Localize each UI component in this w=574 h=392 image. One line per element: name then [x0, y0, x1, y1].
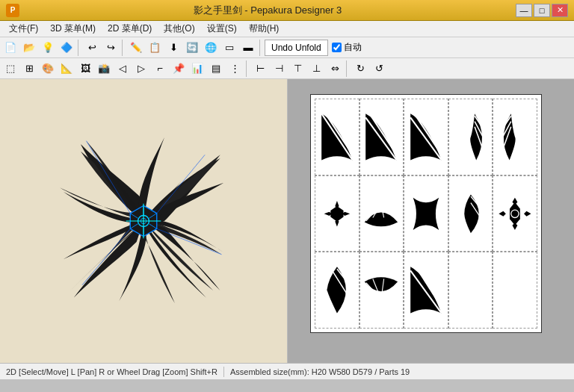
- piece-1: [315, 99, 359, 175]
- 3d-view[interactable]: [0, 79, 288, 363]
- toolbar1: 📄 📂 💡 🔷 ↩ ↪ ✏️ 📋 ⬇ 🔄 🌐 ▭ ▬ Undo Unfold 自…: [0, 37, 574, 58]
- window-controls: — □ ✕: [516, 4, 568, 17]
- undo-unfold-button[interactable]: Undo Unfold: [265, 40, 328, 56]
- piece-6: [315, 175, 359, 252]
- piece-11: [315, 252, 359, 329]
- auto-checkbox[interactable]: [332, 43, 342, 52]
- menu-2d[interactable]: 2D 菜单(D): [102, 21, 158, 37]
- toolbar2: ⬚ ⊞ 🎨 📐 🖼 📸 ◁ ▷ ⌐ 📌 📊 ▤ ⋮ ⊢ ⊣ ⊤ ⊥ ⇔ ↻ ↺: [0, 58, 574, 79]
- pen-button[interactable]: ✏️: [127, 39, 145, 57]
- fold2-button[interactable]: ⋮: [226, 60, 244, 78]
- align-center-button[interactable]: ⊣: [270, 60, 288, 78]
- bar-button[interactable]: ▤: [207, 60, 225, 78]
- title-bar: P 影之手里剑 - Pepakura Designer 3 — □ ✕: [0, 0, 574, 21]
- select-button[interactable]: ⬚: [1, 60, 19, 78]
- paint-button[interactable]: 🎨: [39, 60, 57, 78]
- chart-button[interactable]: 📊: [188, 60, 206, 78]
- maximize-button[interactable]: □: [534, 4, 550, 17]
- piece-15: [493, 252, 537, 329]
- align-left-button[interactable]: ⊢: [251, 60, 269, 78]
- pieces-grid: [315, 99, 537, 329]
- main-area: [0, 79, 574, 363]
- back-button[interactable]: ◁: [114, 60, 132, 78]
- paper-sheet: [310, 94, 542, 333]
- status-text: 2D [Select/Move] L [Pan] R or Wheel Drag…: [6, 367, 217, 376]
- fwd-button[interactable]: ▷: [132, 60, 150, 78]
- separator3: [259, 40, 262, 56]
- separator4: [246, 60, 249, 77]
- cube-button[interactable]: 🔷: [58, 39, 75, 57]
- lightbulb-button[interactable]: 💡: [39, 39, 57, 57]
- menu-other[interactable]: 其他(O): [158, 21, 200, 37]
- piece-4: [448, 99, 493, 175]
- svg-point-42: [336, 212, 338, 214]
- minimize-button[interactable]: —: [516, 4, 532, 17]
- piece-14: [448, 252, 493, 329]
- menu-settings[interactable]: 设置(S): [201, 21, 243, 37]
- piece-12: [359, 252, 404, 329]
- auto-label: 自动: [344, 41, 362, 54]
- menu-help[interactable]: 帮助(H): [243, 21, 286, 37]
- angle-button[interactable]: ⌐: [151, 60, 169, 78]
- open-button[interactable]: 📂: [20, 39, 38, 57]
- piece-10: [493, 175, 537, 252]
- globe-button[interactable]: 🌐: [202, 39, 220, 57]
- move-button[interactable]: ⬇: [164, 39, 182, 57]
- auto-checkbox-label[interactable]: 自动: [332, 41, 362, 54]
- dist-h-button[interactable]: ⇔: [326, 60, 344, 78]
- rotate-ccw-button[interactable]: ↺: [370, 60, 388, 78]
- rotate-cw-button[interactable]: ↻: [351, 60, 369, 78]
- pin-button[interactable]: 📌: [170, 60, 188, 78]
- piece-5: [493, 99, 537, 175]
- align-top-button[interactable]: ⊤: [288, 60, 306, 78]
- new-button[interactable]: 📄: [1, 39, 19, 57]
- rotate-button[interactable]: 🔄: [183, 39, 201, 57]
- piece-2: [359, 99, 404, 175]
- shuriken-model: [39, 116, 248, 326]
- rect1-button[interactable]: ▭: [220, 39, 238, 57]
- piece-9: [448, 175, 493, 252]
- menu-bar: 文件(F) 3D 菜单(M) 2D 菜单(D) 其他(O) 设置(S) 帮助(H…: [0, 21, 574, 37]
- piece-3: [404, 99, 448, 175]
- piece-7: [359, 175, 404, 252]
- shuriken-svg: [39, 116, 248, 326]
- piece-8: [404, 175, 448, 252]
- align-bottom-button[interactable]: ⊥: [307, 60, 325, 78]
- fold1-button[interactable]: 📐: [58, 60, 75, 78]
- piece-13: [404, 252, 448, 329]
- status-bar: 2D [Select/Move] L [Pan] R or Wheel Drag…: [0, 363, 574, 379]
- title-text: 影之手里剑 - Pepakura Designer 3: [19, 4, 516, 17]
- rect2-button[interactable]: ▬: [239, 39, 257, 57]
- app-logo: P: [6, 4, 19, 17]
- copy-button[interactable]: 📋: [146, 39, 164, 57]
- menu-file[interactable]: 文件(F): [3, 21, 44, 37]
- status-divider: [223, 367, 224, 377]
- redo-button[interactable]: ↪: [102, 39, 120, 57]
- close-button[interactable]: ✕: [552, 4, 568, 17]
- grid-button[interactable]: ⊞: [20, 60, 38, 78]
- separator5: [346, 60, 349, 77]
- undo-button[interactable]: ↩: [83, 39, 101, 57]
- img2-button[interactable]: 📸: [95, 60, 113, 78]
- image-button[interactable]: 🖼: [76, 60, 94, 78]
- 2d-view[interactable]: [288, 79, 574, 363]
- separator2: [122, 40, 125, 56]
- menu-3d[interactable]: 3D 菜单(M): [44, 21, 102, 37]
- assembled-size-text: Assembled size(mm): H20 W580 D579 / Part…: [230, 367, 410, 376]
- separator1: [78, 40, 81, 56]
